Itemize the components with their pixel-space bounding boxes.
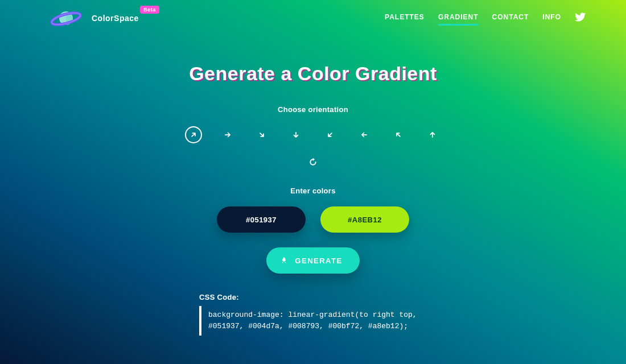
rotate-icon [308,158,318,167]
arrow-up-right-icon [190,131,197,139]
header: ColorSpace Beta PALETTES GRADIENT CONTAC… [0,0,626,32]
orient-bottom[interactable] [287,126,304,143]
orient-right[interactable] [219,126,236,143]
arrow-up-left-icon [394,131,402,139]
color-inputs: #051937 #A8EB12 [0,206,626,233]
orient-rotate[interactable] [304,154,322,171]
arrow-down-icon [292,131,300,139]
arrow-down-right-icon [258,131,266,139]
generate-button[interactable]: GENERATE [266,247,359,274]
color-2-value: #A8EB12 [348,216,382,224]
orientation-label: Choose orientation [0,105,626,114]
generate-row: GENERATE [0,247,626,274]
arrow-right-icon [224,131,232,139]
orient-top-right[interactable] [185,126,202,143]
nav-palettes[interactable]: PALETTES [385,13,425,23]
logo-planet-icon [48,7,84,30]
color-input-1[interactable]: #051937 [217,206,306,233]
color-input-2[interactable]: #A8EB12 [320,206,409,233]
nav-info[interactable]: INFO [542,13,561,23]
nav-gradient[interactable]: GRADIENT [438,13,479,23]
nav-twitter-link[interactable] [575,11,586,25]
orient-bottom-right[interactable] [253,126,270,143]
css-code-label: CSS Code: [199,293,427,301]
rocket-icon [280,257,288,264]
nav-contact[interactable]: CONTACT [492,13,529,23]
brand-name: ColorSpace Beta [92,14,139,23]
generate-label: GENERATE [295,257,342,265]
brand-name-text: ColorSpace [92,14,139,23]
rotate-row [0,154,626,171]
css-code-block: CSS Code: background-image: linear-gradi… [199,293,427,336]
beta-badge: Beta [140,6,159,14]
arrow-up-icon [429,131,436,139]
orient-left[interactable] [356,126,373,143]
css-code-text[interactable]: background-image: linear-gradient(to rig… [199,306,427,336]
brand: ColorSpace Beta [48,7,139,30]
color-1-value: #051937 [246,216,277,224]
twitter-icon [575,11,586,23]
orient-top-left[interactable] [390,126,407,143]
orient-bottom-left[interactable] [322,126,339,143]
main: Generate a Color Gradient Choose orienta… [0,32,626,336]
arrow-left-icon [360,131,368,139]
arrow-down-left-icon [326,131,334,139]
orient-top[interactable] [424,126,441,143]
orientation-buttons [0,126,626,143]
nav: PALETTES GRADIENT CONTACT INFO [385,11,586,25]
page-title: Generate a Color Gradient [189,63,437,85]
colors-label: Enter colors [0,187,626,195]
